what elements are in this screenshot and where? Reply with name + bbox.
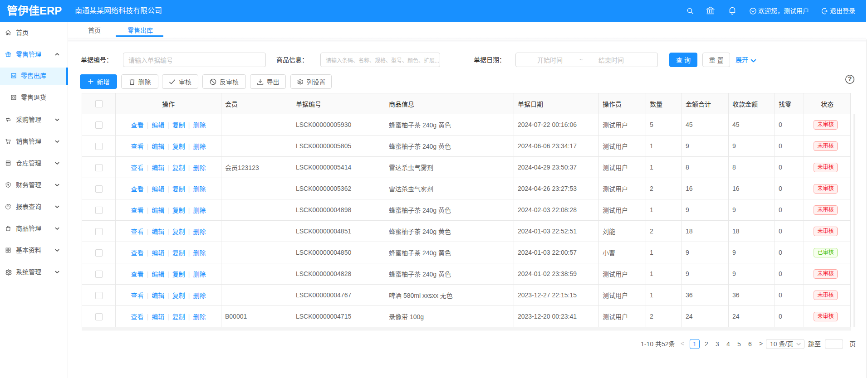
svg-text:?: ? bbox=[848, 75, 852, 82]
